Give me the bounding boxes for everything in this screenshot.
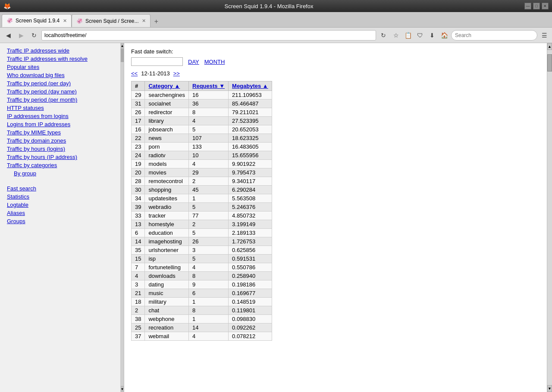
cell-requests: 14 <box>189 324 229 332</box>
table-row: 20 movies 29 9.795473 <box>132 168 272 177</box>
cell-requests: 9 <box>189 280 229 289</box>
sidebar-link-mime-types[interactable]: Traffic by MIME types <box>0 128 120 137</box>
sidebar-link-traffic-ip-resolve[interactable]: Traffic IP addresses with resolve <box>0 55 120 63</box>
col-header-megabytes[interactable]: Megabytes ▲ <box>229 81 272 91</box>
prev-date-link[interactable]: << <box>131 70 138 77</box>
sidebar-link-aliases[interactable]: Aliases <box>0 209 120 217</box>
cell-requests: 77 <box>189 212 229 220</box>
table-row: 7 fortunetelling 4 0.550786 <box>132 263 272 272</box>
cell-category: models <box>145 160 189 168</box>
scroll-up-button[interactable]: ▲ <box>547 43 552 50</box>
col-category-link[interactable]: Category ▲ <box>148 83 180 89</box>
cell-requests: 29 <box>189 168 229 177</box>
cell-requests: 5 <box>189 203 229 212</box>
content-scrollbar[interactable]: ▲ ▼ <box>547 43 552 392</box>
cell-num: 28 <box>132 177 145 186</box>
scroll-track[interactable] <box>547 50 552 385</box>
sidebar-scroll-up[interactable]: ▲ <box>121 43 124 49</box>
sidebar-scroll-down[interactable]: ▼ <box>121 386 124 392</box>
refresh-button[interactable]: ↻ <box>28 30 40 41</box>
sidebar-link-traffic-ip-wide[interactable]: Traffic IP addresses wide <box>0 47 120 55</box>
navigation-bar: ◀ ▶ ↻ ↻ ☆ 📋 🛡 ⬇ 🏠 ☰ <box>0 28 552 43</box>
tab-close-2[interactable]: ✕ <box>142 18 146 24</box>
cell-category: remotecontrol <box>145 177 189 186</box>
table-row: 31 socialnet 36 85.466487 <box>132 100 272 108</box>
search-input[interactable] <box>451 30 537 40</box>
cell-category: urlshortener <box>145 246 189 255</box>
download-icon[interactable]: ⬇ <box>427 30 437 40</box>
tab-favicon-2: 🦑 <box>76 18 83 24</box>
reader-icon[interactable]: 📋 <box>403 30 413 40</box>
col-requests-link[interactable]: Requests ▼ <box>192 83 225 89</box>
cell-requests: 16 <box>189 91 229 100</box>
cell-requests: 1 <box>189 315 229 324</box>
new-tab-button[interactable]: + <box>151 16 162 27</box>
sidebar-link-ip-from-logins[interactable]: IP addresses from logins <box>0 112 120 120</box>
sidebar-link-groups[interactable]: Groups <box>0 217 120 225</box>
tab-bar: 🦑 Screen Squid 1.9.4 ✕ 🦑 Screen Squid / … <box>0 12 552 28</box>
cell-megabytes: 5.246376 <box>229 203 272 212</box>
cell-category: redirector <box>145 108 189 117</box>
reload-button[interactable]: ↻ <box>378 30 389 41</box>
day-link[interactable]: DAY <box>188 59 199 65</box>
cell-requests: 5 <box>189 255 229 263</box>
cell-category: webmail <box>145 332 189 341</box>
minimize-button[interactable]: — <box>524 3 531 9</box>
cell-category: dating <box>145 280 189 289</box>
tab-1[interactable]: 🦑 Screen Squid 1.9.4 ✕ <box>2 14 72 27</box>
cell-requests: 3 <box>189 246 229 255</box>
sidebar-link-traffic-day-name[interactable]: Traffic by period (day name) <box>0 87 120 96</box>
cell-megabytes: 9.340117 <box>229 177 272 186</box>
scroll-thumb[interactable] <box>547 54 552 72</box>
cell-category: news <box>145 134 189 143</box>
sidebar-link-hours-logins[interactable]: Traffic by hours (logins) <box>0 145 120 153</box>
table-row: 18 military 1 0.148519 <box>132 298 272 306</box>
cell-megabytes: 0.550786 <box>229 263 272 272</box>
back-button[interactable]: ◀ <box>3 30 14 41</box>
col-header-num: # <box>132 81 145 91</box>
close-button[interactable]: ✕ <box>542 3 549 9</box>
sidebar-link-categories[interactable]: Traffic by categories <box>0 161 120 169</box>
col-megabytes-link[interactable]: Megabytes ▲ <box>232 83 268 89</box>
bookmark-icon[interactable]: ☆ <box>391 30 401 40</box>
cell-category: shopping <box>145 186 189 194</box>
table-row: 29 searchengines 16 211.109653 <box>132 91 272 100</box>
sidebar-link-logtable[interactable]: Logtable <box>0 201 120 209</box>
home-icon[interactable]: 🏠 <box>439 30 449 40</box>
col-header-category[interactable]: Category ▲ <box>145 81 189 91</box>
month-link[interactable]: MONTH <box>204 59 225 65</box>
sidebar-link-traffic-per-day[interactable]: Traffic by period (per day) <box>0 79 120 87</box>
tab-2[interactable]: 🦑 Screen Squid / Scree... ✕ <box>72 14 151 27</box>
sidebar-link-big-files[interactable]: Who download big files <box>0 71 120 79</box>
col-header-requests[interactable]: Requests ▼ <box>189 81 229 91</box>
tab-close-1[interactable]: ✕ <box>63 18 67 24</box>
cell-num: 30 <box>132 186 145 194</box>
cell-num: 26 <box>132 108 145 117</box>
sidebar-link-popular-sites[interactable]: Popular sites <box>0 63 120 71</box>
shield-icon[interactable]: 🛡 <box>415 30 425 40</box>
maximize-button[interactable]: □ <box>533 3 540 9</box>
table-row: 13 homestyle 2 3.199149 <box>132 220 272 229</box>
sidebar-link-domain-zones[interactable]: Traffic by domain zones <box>0 137 120 145</box>
address-bar[interactable] <box>41 30 376 40</box>
sidebar-link-traffic-per-month[interactable]: Traffic by period (per month) <box>0 96 120 104</box>
sidebar-scroll-thumb[interactable] <box>121 49 124 62</box>
next-date-link[interactable]: >> <box>173 70 180 77</box>
window-controls[interactable]: — □ ✕ <box>524 3 549 9</box>
sidebar-link-logins-from-ip[interactable]: Logins from IP addresses <box>0 120 120 128</box>
date-input[interactable] <box>131 57 183 66</box>
menu-icon[interactable]: ☰ <box>539 30 549 40</box>
cell-num: 7 <box>132 263 145 272</box>
sidebar-scrollbar[interactable]: ▲ ▼ <box>121 43 124 392</box>
cell-requests: 133 <box>189 143 229 151</box>
sidebar-link-fast-search[interactable]: Fast search <box>0 184 120 193</box>
forward-button[interactable]: ▶ <box>16 30 27 41</box>
sidebar-link-hours-ip[interactable]: Traffic by hours (IP address) <box>0 153 120 161</box>
cell-category: library <box>145 117 189 125</box>
cell-category: jobsearch <box>145 125 189 134</box>
sidebar-link-statistics[interactable]: Statistics <box>0 193 120 201</box>
sidebar-link-by-group[interactable]: By group <box>0 169 120 177</box>
scroll-down-button[interactable]: ▼ <box>547 385 552 392</box>
sidebar-link-http-statuses[interactable]: HTTP statuses <box>0 104 120 112</box>
cell-num: 35 <box>132 246 145 255</box>
